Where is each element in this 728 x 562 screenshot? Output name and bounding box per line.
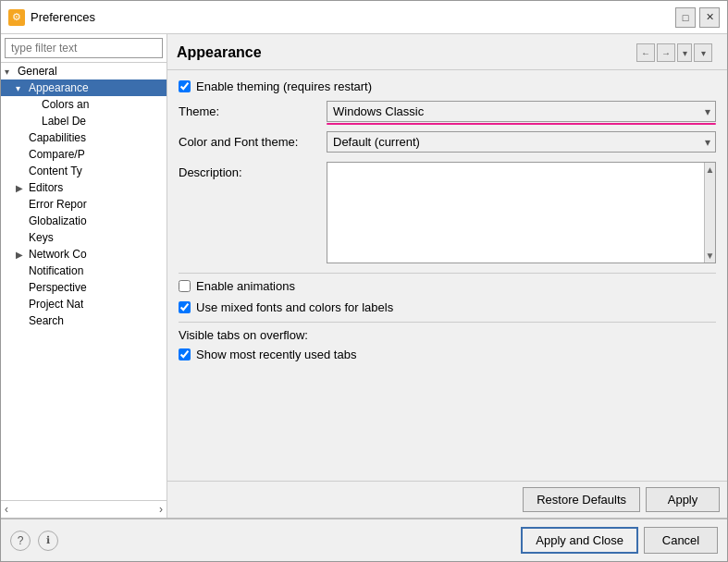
filter-input-wrap (1, 34, 167, 63)
sidebar-item-label-project: Project Nat (29, 298, 83, 311)
sidebar-item-project[interactable]: Project Nat (1, 296, 167, 312)
panel-actions: Restore Defaults Apply (167, 481, 727, 518)
mixed-fonts-label: Use mixed fonts and colors for labels (196, 300, 393, 314)
description-box: ▲ ▼ (327, 162, 716, 263)
recent-tabs-label: Show most recently used tabs (196, 348, 356, 361)
filter-input[interactable] (5, 38, 163, 58)
theme-select[interactable]: Windows Classic (327, 101, 716, 122)
sidebar-item-label-editors: Editors (29, 181, 63, 194)
tree-area: ▾ General ▾ Appearance Colors an Label D… (1, 63, 167, 500)
nav-arrows: ← → ▾ ▾ (631, 40, 718, 66)
enable-animations-checkbox[interactable] (179, 280, 191, 292)
enable-theming-row: Enable theming (requires restart) (179, 79, 716, 93)
color-font-select-wrap: Default (current) (327, 131, 716, 153)
expand-arrow-general: ▾ (5, 67, 16, 77)
title-bar-left: ⚙ Preferences (8, 9, 95, 26)
panel-header: Appearance ← → ▾ ▾ (167, 34, 727, 70)
preferences-dialog: ⚙ Preferences □ ✕ ▾ General ▾ Appearanc (0, 0, 728, 562)
mixed-fonts-checkbox[interactable] (179, 301, 191, 313)
sidebar-item-compare[interactable]: Compare/P (1, 146, 167, 163)
description-row: Description: ▲ ▼ (179, 162, 716, 263)
right-panel: Appearance ← → ▾ ▾ Enable theming (requi… (167, 34, 727, 518)
recent-tabs-checkbox[interactable] (179, 348, 191, 360)
sidebar-scroll-arrows: ‹ › (1, 500, 167, 518)
window-controls: □ ✕ (675, 7, 720, 28)
theme-select-wrap: Windows Classic (327, 101, 716, 122)
description-scroll-up[interactable]: ▲ (706, 165, 715, 175)
separator-2 (179, 322, 716, 323)
apply-and-close-button[interactable]: Apply and Close (521, 527, 638, 554)
preferences-icon: ⚙ (8, 9, 25, 26)
dialog-title: Preferences (31, 10, 95, 24)
nav-forward-button[interactable]: → (657, 43, 675, 62)
title-bar: ⚙ Preferences □ ✕ (1, 1, 727, 34)
theme-label: Theme: (179, 104, 327, 118)
sidebar-item-capabilities[interactable]: Capabilities (1, 129, 167, 146)
enable-theming-label: Enable theming (requires restart) (196, 79, 372, 93)
description-label: Description: (179, 162, 327, 263)
scroll-right-btn[interactable]: › (159, 503, 163, 516)
restore-defaults-button[interactable]: Restore Defaults (523, 487, 640, 512)
sidebar-item-label-globalization: Globalizatio (29, 214, 87, 227)
expand-arrow-editors: ▶ (16, 183, 27, 193)
sidebar-item-error[interactable]: Error Repor (1, 196, 167, 213)
sidebar-item-label-error: Error Repor (29, 198, 87, 211)
sidebar-item-network[interactable]: ▶ Network Co (1, 246, 167, 263)
separator-1 (179, 273, 716, 274)
sidebar-item-notification[interactable]: Notification (1, 263, 167, 279)
color-font-row: Color and Font theme: Default (current) (179, 131, 716, 153)
sidebar-item-label-search: Search (29, 314, 64, 327)
info-icon-button[interactable]: ℹ (38, 531, 58, 551)
bottom-left-icons: ? ℹ (10, 531, 58, 551)
panel-body: Enable theming (requires restart) Theme:… (167, 70, 727, 481)
sidebar-item-keys[interactable]: Keys (1, 229, 167, 246)
restore-button[interactable]: □ (675, 7, 696, 28)
close-button[interactable]: ✕ (699, 7, 720, 28)
sidebar-item-perspective[interactable]: Perspective (1, 279, 167, 296)
panel-title: Appearance (177, 44, 262, 61)
theme-annotation-underline (327, 123, 716, 125)
expand-arrow-network: ▶ (16, 250, 27, 260)
nav-menu-button[interactable]: ▾ (694, 43, 712, 62)
theme-row: Theme: Windows Classic (179, 101, 716, 122)
bottom-bar: ? ℹ Apply and Close Cancel (1, 518, 727, 561)
recent-tabs-row: Show most recently used tabs (179, 348, 716, 361)
sidebar-item-label-perspective: Perspective (29, 281, 87, 294)
color-font-select[interactable]: Default (current) (327, 131, 716, 153)
help-icon: ? (18, 534, 24, 547)
expand-arrow-appearance: ▾ (16, 83, 27, 93)
enable-theming-checkbox[interactable] (179, 80, 191, 92)
sidebar-item-label-compare: Compare/P (29, 148, 85, 161)
sidebar-item-label-network: Network Co (29, 248, 87, 261)
sidebar-item-label-capabilities: Capabilities (29, 131, 86, 144)
bottom-right-buttons: Apply and Close Cancel (521, 527, 718, 554)
visible-tabs-label: Visible tabs on overflow: (179, 328, 308, 342)
sidebar-item-search[interactable]: Search (1, 312, 167, 329)
sidebar-item-general[interactable]: ▾ General (1, 63, 167, 79)
sidebar-item-label-keys: Keys (29, 231, 54, 244)
sidebar-item-globalization[interactable]: Globalizatio (1, 213, 167, 229)
sidebar-item-colors[interactable]: Colors an (1, 96, 167, 113)
sidebar-item-content[interactable]: Content Ty (1, 163, 167, 179)
sidebar-item-label-label: Label De (42, 115, 86, 128)
info-icon: ℹ (46, 534, 50, 546)
sidebar: ▾ General ▾ Appearance Colors an Label D… (1, 34, 167, 518)
nav-dropdown-button[interactable]: ▾ (677, 43, 692, 62)
enable-animations-row: Enable animations (179, 279, 716, 293)
enable-animations-label: Enable animations (196, 279, 295, 293)
sidebar-item-editors[interactable]: ▶ Editors (1, 179, 167, 196)
sidebar-item-label-content: Content Ty (29, 165, 82, 177)
sidebar-item-label-general: General (18, 65, 57, 78)
apply-button[interactable]: Apply (646, 487, 720, 512)
description-scroll-down[interactable]: ▼ (706, 250, 715, 261)
cancel-button[interactable]: Cancel (644, 527, 718, 554)
scroll-left-btn[interactable]: ‹ (5, 503, 8, 516)
nav-back-button[interactable]: ← (636, 43, 655, 62)
sidebar-item-label-notification: Notification (29, 264, 83, 277)
help-icon-button[interactable]: ? (10, 531, 31, 551)
sidebar-item-appearance[interactable]: ▾ Appearance (1, 79, 167, 96)
main-content: ▾ General ▾ Appearance Colors an Label D… (1, 34, 727, 518)
description-scrollbar: ▲ ▼ (704, 163, 715, 263)
color-font-label: Color and Font theme: (179, 135, 327, 149)
sidebar-item-label-decoration[interactable]: Label De (1, 113, 167, 129)
